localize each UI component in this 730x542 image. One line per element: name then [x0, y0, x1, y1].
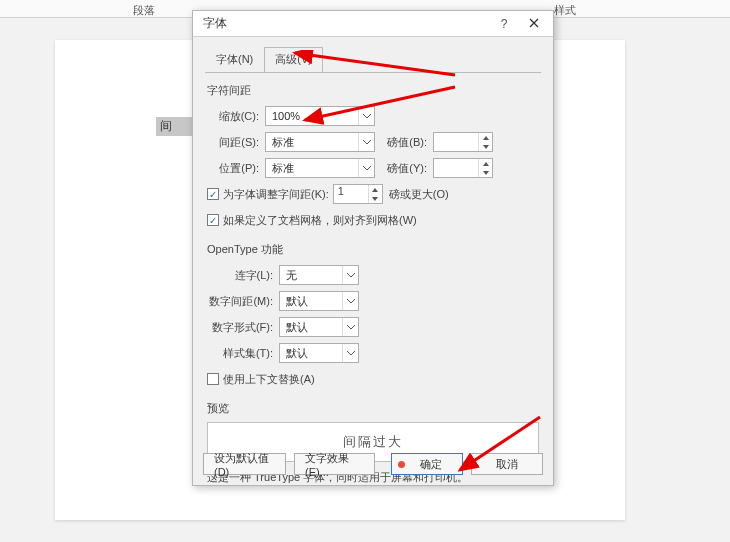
label-num-form: 数字形式(F):: [207, 320, 279, 335]
combo-ligatures[interactable]: 无: [279, 265, 359, 285]
label-scale: 缩放(C):: [207, 109, 265, 124]
label-position: 位置(P):: [207, 161, 265, 176]
label-kerning-unit: 磅或更大(O): [389, 187, 449, 202]
section-char-spacing: 字符间距 缩放(C): 100% 间距(S): 标准 磅值(B): 位置(P):: [207, 83, 539, 232]
spin-pound-y[interactable]: [433, 158, 493, 178]
label-spacing: 间距(S):: [207, 135, 265, 150]
combo-num-form[interactable]: 默认: [279, 317, 359, 337]
section-opentype: OpenType 功能 连字(L): 无 数字间距(M): 默认 数字形式(F)…: [207, 242, 539, 391]
section-title-preview: 预览: [207, 401, 539, 416]
combo-position[interactable]: 标准: [265, 158, 375, 178]
combo-scale[interactable]: 100%: [265, 106, 375, 126]
ok-button[interactable]: 确定: [391, 453, 463, 475]
chevron-down-icon: [342, 292, 358, 310]
combo-style-set[interactable]: 默认: [279, 343, 359, 363]
tab-advanced[interactable]: 高级(V): [264, 47, 323, 73]
label-pound-b: 磅值(B):: [383, 135, 433, 150]
dialog-titlebar: 字体 ?: [193, 11, 553, 37]
section-title-opentype: OpenType 功能: [207, 242, 539, 257]
dialog-button-row: 设为默认值(D) 文字效果(E)... 确定 取消: [203, 453, 543, 475]
check-kerning[interactable]: ✓ 为字体调整字间距(K):: [207, 187, 329, 202]
ribbon-group-styles: 样式: [554, 3, 576, 18]
tab-font[interactable]: 字体(N): [205, 47, 264, 73]
label-pound-y: 磅值(Y):: [383, 161, 433, 176]
label-num-spacing: 数字间距(M):: [207, 294, 279, 309]
spin-pound-b[interactable]: [433, 132, 493, 152]
chevron-down-icon: [342, 318, 358, 336]
dialog-title: 字体: [203, 15, 489, 32]
chevron-down-icon: [358, 133, 374, 151]
cancel-button[interactable]: 取消: [471, 453, 543, 475]
combo-num-spacing[interactable]: 默认: [279, 291, 359, 311]
help-button[interactable]: ?: [489, 17, 519, 31]
chevron-down-icon: [358, 159, 374, 177]
label-ligatures: 连字(L):: [207, 268, 279, 283]
text-effects-button[interactable]: 文字效果(E)...: [294, 453, 375, 475]
close-button[interactable]: [519, 17, 549, 31]
set-default-button[interactable]: 设为默认值(D): [203, 453, 286, 475]
chevron-down-icon: [342, 344, 358, 362]
section-title-char-spacing: 字符间距: [207, 83, 539, 98]
dialog-tabs: 字体(N) 高级(V): [205, 47, 553, 73]
label-style-set: 样式集(T):: [207, 346, 279, 361]
chevron-down-icon: [358, 107, 374, 125]
font-dialog: 字体 ? 字体(N) 高级(V) 字符间距 缩放(C): 100% 间距(S):…: [192, 10, 554, 486]
check-context-alt[interactable]: 使用上下文替换(A): [207, 372, 315, 387]
spin-kerning[interactable]: 1: [333, 184, 383, 204]
ribbon-group-paragraph: 段落: [133, 3, 155, 18]
check-grid-align[interactable]: ✓ 如果定义了文档网格，则对齐到网格(W): [207, 213, 417, 228]
combo-spacing[interactable]: 标准: [265, 132, 375, 152]
chevron-down-icon: [342, 266, 358, 284]
